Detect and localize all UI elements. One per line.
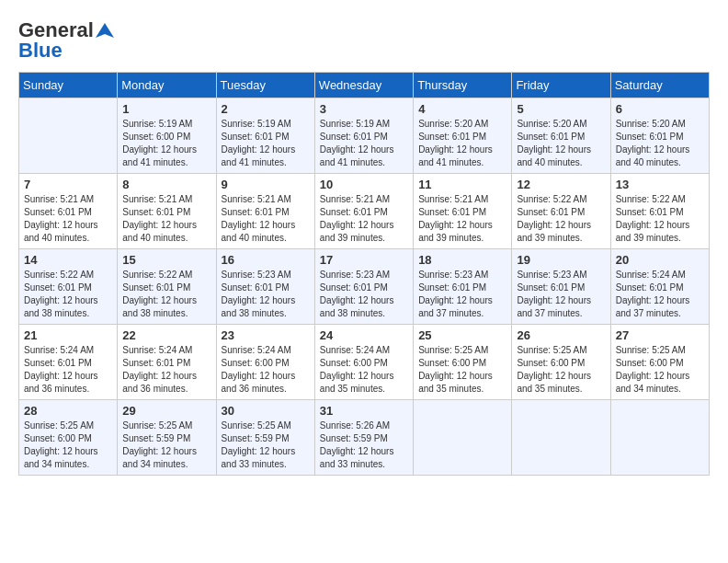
day-number: 23 [222, 328, 310, 342]
calendar-cell: 3Sunrise: 5:19 AM Sunset: 6:01 PM Daylig… [314, 98, 413, 174]
calendar-cell [610, 400, 709, 476]
day-number: 7 [24, 178, 112, 191]
page-header: General Blue [18, 18, 710, 63]
day-number: 15 [122, 253, 210, 267]
day-number: 4 [418, 102, 506, 116]
day-info: Sunrise: 5:25 AM Sunset: 6:00 PM Dayligh… [418, 344, 506, 396]
calendar-cell: 5Sunrise: 5:20 AM Sunset: 6:01 PM Daylig… [512, 98, 610, 174]
day-info: Sunrise: 5:22 AM Sunset: 6:01 PM Dayligh… [616, 193, 704, 245]
svg-marker-0 [96, 23, 114, 38]
calendar-week-2: 7Sunrise: 5:21 AM Sunset: 6:01 PM Daylig… [19, 174, 710, 249]
day-info: Sunrise: 5:25 AM Sunset: 5:59 PM Dayligh… [122, 419, 210, 471]
day-info: Sunrise: 5:21 AM Sunset: 6:01 PM Dayligh… [418, 193, 506, 245]
weekday-header-sunday: Sunday [19, 73, 118, 98]
day-number: 24 [320, 328, 408, 342]
day-number: 27 [616, 328, 704, 342]
calendar-body: 1Sunrise: 5:19 AM Sunset: 6:00 PM Daylig… [19, 98, 710, 476]
weekday-header-friday: Friday [512, 73, 610, 98]
calendar-cell: 13Sunrise: 5:22 AM Sunset: 6:01 PM Dayli… [610, 174, 709, 249]
day-number: 28 [24, 404, 112, 418]
calendar-cell: 10Sunrise: 5:21 AM Sunset: 6:01 PM Dayli… [314, 174, 413, 249]
day-info: Sunrise: 5:22 AM Sunset: 6:01 PM Dayligh… [122, 269, 210, 320]
calendar-cell: 12Sunrise: 5:22 AM Sunset: 6:01 PM Dayli… [512, 174, 610, 249]
calendar-cell: 30Sunrise: 5:25 AM Sunset: 5:59 PM Dayli… [216, 400, 314, 476]
calendar-cell: 4Sunrise: 5:20 AM Sunset: 6:01 PM Daylig… [414, 98, 512, 174]
calendar-cell: 15Sunrise: 5:22 AM Sunset: 6:01 PM Dayli… [118, 249, 216, 325]
calendar-cell: 8Sunrise: 5:21 AM Sunset: 6:01 PM Daylig… [118, 174, 216, 249]
day-number: 25 [418, 328, 506, 342]
day-number: 22 [122, 328, 210, 342]
day-info: Sunrise: 5:22 AM Sunset: 6:01 PM Dayligh… [517, 193, 605, 245]
day-number: 21 [24, 328, 112, 342]
calendar-cell: 22Sunrise: 5:24 AM Sunset: 6:01 PM Dayli… [118, 325, 216, 400]
day-info: Sunrise: 5:21 AM Sunset: 6:01 PM Dayligh… [122, 193, 210, 245]
calendar-cell: 2Sunrise: 5:19 AM Sunset: 6:01 PM Daylig… [216, 98, 314, 174]
day-info: Sunrise: 5:23 AM Sunset: 6:01 PM Dayligh… [418, 269, 506, 320]
day-number: 17 [320, 253, 408, 267]
day-number: 26 [517, 328, 605, 342]
calendar-week-5: 28Sunrise: 5:25 AM Sunset: 6:00 PM Dayli… [19, 400, 710, 476]
calendar-cell: 18Sunrise: 5:23 AM Sunset: 6:01 PM Dayli… [414, 249, 512, 325]
calendar-cell: 31Sunrise: 5:26 AM Sunset: 5:59 PM Dayli… [314, 400, 413, 476]
day-info: Sunrise: 5:20 AM Sunset: 6:01 PM Dayligh… [517, 118, 605, 169]
day-number: 19 [517, 253, 605, 267]
day-number: 29 [122, 404, 210, 418]
calendar-cell: 24Sunrise: 5:24 AM Sunset: 6:00 PM Dayli… [314, 325, 413, 400]
calendar-cell: 6Sunrise: 5:20 AM Sunset: 6:01 PM Daylig… [610, 98, 709, 174]
day-info: Sunrise: 5:19 AM Sunset: 6:01 PM Dayligh… [320, 118, 408, 169]
day-info: Sunrise: 5:21 AM Sunset: 6:01 PM Dayligh… [24, 193, 112, 245]
calendar-cell: 26Sunrise: 5:25 AM Sunset: 6:00 PM Dayli… [512, 325, 610, 400]
day-info: Sunrise: 5:24 AM Sunset: 6:00 PM Dayligh… [320, 344, 408, 396]
day-number: 30 [222, 404, 310, 418]
day-info: Sunrise: 5:20 AM Sunset: 6:01 PM Dayligh… [616, 118, 704, 169]
day-number: 8 [122, 178, 210, 191]
calendar-table: SundayMondayTuesdayWednesdayThursdayFrid… [18, 72, 710, 476]
day-number: 6 [616, 102, 704, 116]
day-info: Sunrise: 5:24 AM Sunset: 6:00 PM Dayligh… [222, 344, 310, 396]
logo-bird-icon [96, 21, 114, 40]
calendar-cell [19, 98, 118, 174]
day-number: 18 [418, 253, 506, 267]
day-number: 11 [418, 178, 506, 191]
calendar-cell: 21Sunrise: 5:24 AM Sunset: 6:01 PM Dayli… [19, 325, 118, 400]
day-number: 20 [616, 253, 704, 267]
day-number: 31 [320, 404, 408, 418]
weekday-header-wednesday: Wednesday [314, 73, 413, 98]
day-info: Sunrise: 5:19 AM Sunset: 6:00 PM Dayligh… [122, 118, 210, 169]
day-info: Sunrise: 5:24 AM Sunset: 6:01 PM Dayligh… [122, 344, 210, 396]
weekday-header-thursday: Thursday [414, 73, 512, 98]
calendar-cell: 19Sunrise: 5:23 AM Sunset: 6:01 PM Dayli… [512, 249, 610, 325]
calendar-cell [512, 400, 610, 476]
day-number: 10 [320, 178, 408, 191]
calendar-cell: 17Sunrise: 5:23 AM Sunset: 6:01 PM Dayli… [314, 249, 413, 325]
calendar-cell: 20Sunrise: 5:24 AM Sunset: 6:01 PM Dayli… [610, 249, 709, 325]
day-info: Sunrise: 5:25 AM Sunset: 6:00 PM Dayligh… [517, 344, 605, 396]
day-number: 3 [320, 102, 408, 116]
logo-blue: Blue [18, 39, 63, 63]
day-info: Sunrise: 5:20 AM Sunset: 6:01 PM Dayligh… [418, 118, 506, 169]
calendar-cell: 1Sunrise: 5:19 AM Sunset: 6:00 PM Daylig… [118, 98, 216, 174]
day-number: 12 [517, 178, 605, 191]
calendar-cell: 11Sunrise: 5:21 AM Sunset: 6:01 PM Dayli… [414, 174, 512, 249]
day-info: Sunrise: 5:21 AM Sunset: 6:01 PM Dayligh… [320, 193, 408, 245]
day-info: Sunrise: 5:25 AM Sunset: 6:00 PM Dayligh… [616, 344, 704, 396]
calendar-cell: 25Sunrise: 5:25 AM Sunset: 6:00 PM Dayli… [414, 325, 512, 400]
day-info: Sunrise: 5:22 AM Sunset: 6:01 PM Dayligh… [24, 269, 112, 320]
day-info: Sunrise: 5:25 AM Sunset: 6:00 PM Dayligh… [24, 419, 112, 471]
day-info: Sunrise: 5:21 AM Sunset: 6:01 PM Dayligh… [222, 193, 310, 245]
day-info: Sunrise: 5:19 AM Sunset: 6:01 PM Dayligh… [222, 118, 310, 169]
calendar-cell: 28Sunrise: 5:25 AM Sunset: 6:00 PM Dayli… [19, 400, 118, 476]
calendar-cell: 9Sunrise: 5:21 AM Sunset: 6:01 PM Daylig… [216, 174, 314, 249]
day-number: 1 [122, 102, 210, 116]
calendar-header-row: SundayMondayTuesdayWednesdayThursdayFrid… [19, 73, 710, 98]
calendar-week-1: 1Sunrise: 5:19 AM Sunset: 6:00 PM Daylig… [19, 98, 710, 174]
day-info: Sunrise: 5:24 AM Sunset: 6:01 PM Dayligh… [24, 344, 112, 396]
day-info: Sunrise: 5:25 AM Sunset: 5:59 PM Dayligh… [222, 419, 310, 471]
calendar-week-4: 21Sunrise: 5:24 AM Sunset: 6:01 PM Dayli… [19, 325, 710, 400]
calendar-cell: 14Sunrise: 5:22 AM Sunset: 6:01 PM Dayli… [19, 249, 118, 325]
day-info: Sunrise: 5:23 AM Sunset: 6:01 PM Dayligh… [222, 269, 310, 320]
day-info: Sunrise: 5:23 AM Sunset: 6:01 PM Dayligh… [517, 269, 605, 320]
weekday-header-monday: Monday [118, 73, 216, 98]
calendar-cell: 7Sunrise: 5:21 AM Sunset: 6:01 PM Daylig… [19, 174, 118, 249]
day-number: 13 [616, 178, 704, 191]
